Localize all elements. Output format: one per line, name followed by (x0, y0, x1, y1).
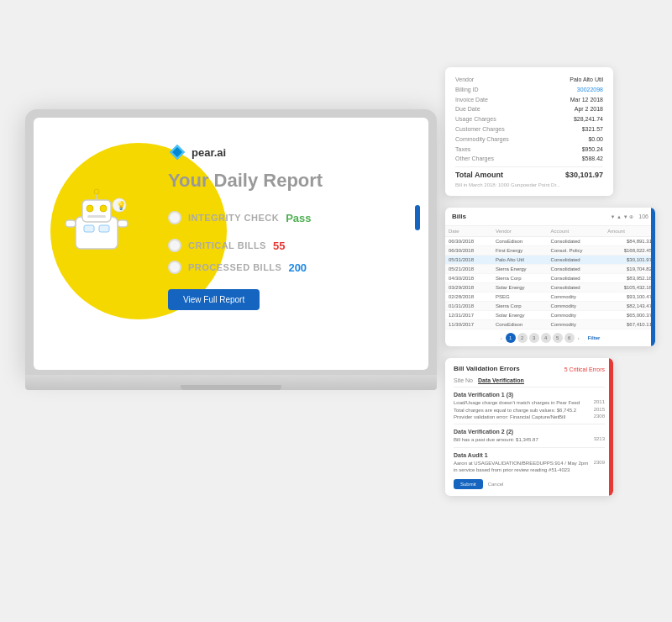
table-row[interactable]: 05/21/2018 Sierra Energy Consolidated $1… (445, 265, 655, 274)
section-divider-1 (454, 424, 605, 424)
view-full-report-button[interactable]: View Full Report (168, 289, 260, 310)
table-row[interactable]: 01/31/2018 Sierra Corp Commodity $82,143… (445, 302, 655, 311)
taxes-row: Taxes $950.24 (455, 145, 603, 154)
svg-point-6 (94, 189, 99, 194)
billing-id-label: Billing ID (455, 86, 479, 94)
usage-value: $28,241.74 (574, 115, 603, 124)
table-row[interactable]: 06/30/2018 First Energy Consol. Policy $… (445, 246, 655, 256)
cell-account: Commodity (548, 320, 605, 329)
table-row[interactable]: 02/28/2018 PSEG Commodity $93,100.47 (445, 293, 655, 302)
val-item-2: Total charges are equal to charge sub va… (454, 407, 605, 414)
section3-title: Data Audit 1 (454, 452, 605, 458)
validation-title: Bill Validation Errors (454, 365, 520, 372)
val-item-4: Bill has a past due amount: $1,345.87 32… (454, 436, 605, 443)
cell-account: Consolidated (548, 256, 605, 265)
val-item-4-text: Bill has a past due amount: $1,345.87 (454, 436, 591, 443)
invoice-billing-row: Billing ID 30022098 (455, 86, 603, 94)
taxes-value: $950.24 (582, 145, 603, 154)
svg-rect-10 (118, 220, 128, 227)
table-row[interactable]: 03/29/2018 Solar Energy Consolidated $10… (445, 283, 655, 293)
cell-vendor: PSEG (492, 293, 548, 302)
logo-area: pear.ai (168, 143, 420, 161)
screen-content: 💡 pear.ai (34, 118, 428, 370)
table-row[interactable]: 06/30/2018 ConsEdison Consolidated $84,8… (445, 237, 655, 246)
page-5[interactable]: 5 (553, 333, 563, 343)
page-6[interactable]: 6 (564, 333, 575, 343)
bills-table: Date Vendor Account Amount 06/30/2018 Co… (445, 226, 655, 329)
cancel-button[interactable]: Cancel (488, 479, 504, 489)
tab-site-no[interactable]: Site No (454, 377, 473, 384)
cell-date: 03/29/2018 (445, 283, 492, 293)
cell-date: 06/30/2018 (445, 246, 492, 256)
page-next[interactable]: › (578, 335, 580, 340)
bills-panel: Bills ▼ ▲ ▼ ⊕ 106 Date Vendor Account Am… (445, 208, 655, 346)
col-date: Date (445, 226, 492, 237)
cell-date: 05/21/2018 (445, 265, 492, 274)
val-item-3: Provider validation error: Financial Cap… (454, 414, 605, 420)
customer-row: Customer Charges $321.57 (455, 125, 603, 134)
bills-filter-controls: ▼ ▲ ▼ ⊕ (610, 213, 633, 219)
val-item-5: Aaron at USAGEVALIDATION/BREEDUPPS:914 /… (454, 460, 605, 474)
bills-count: 106 (638, 213, 648, 219)
cell-account: Consolidated (548, 283, 605, 293)
cell-account: Consolidated (548, 237, 605, 246)
page-prev[interactable]: ‹ (501, 335, 502, 340)
cell-vendor: Sierra Energy (492, 265, 548, 274)
report-panel: pear.ai Your Daily Report INTEGRITY CHEC… (168, 143, 420, 310)
page-1[interactable]: 1 (506, 333, 516, 343)
cell-amount: $30,101.97 (604, 256, 655, 265)
critical-circle (168, 239, 181, 252)
processed-value: 200 (288, 261, 307, 274)
validation-buttons: Submit Cancel (454, 479, 605, 489)
tab-data-verification[interactable]: Data Verification (478, 377, 524, 384)
section-divider-2 (454, 447, 605, 448)
cell-vendor: Palo Alto Util (492, 256, 548, 265)
total-value: $30,101.97 (565, 171, 603, 179)
page-3[interactable]: 3 (529, 333, 539, 343)
table-row[interactable]: 04/30/2018 Sierra Corp Consolidated $83,… (445, 274, 655, 283)
cell-date: 02/28/2018 (445, 293, 492, 302)
col-account: Account (548, 226, 605, 237)
submit-button[interactable]: Submit (454, 479, 483, 489)
cell-amount: $93,100.47 (604, 293, 655, 302)
other-row: Other Charges $588.42 (455, 155, 603, 163)
table-row[interactable]: 11/30/2017 ConsEdison Commodity $67,410.… (445, 320, 655, 329)
critical-label: CRITICAL BILLS (188, 240, 266, 250)
usage-row: Usage Charges $28,241.74 (455, 115, 603, 124)
svg-point-3 (100, 205, 107, 212)
integrity-circle (168, 211, 181, 224)
svg-rect-7 (84, 225, 94, 232)
svg-rect-1 (82, 200, 111, 222)
invoice-date-row: Invoice Date Mar 12 2018 (455, 96, 603, 104)
cell-amount: $83,952.18 (604, 274, 655, 283)
logo-text: pear.ai (192, 146, 226, 159)
right-panels: Vendor Palo Alto Util Billing ID 3002209… (445, 67, 655, 496)
cell-amount: $82,143.47 (604, 302, 655, 311)
scene: 💡 pear.ai (0, 0, 672, 622)
billing-id-value[interactable]: 30022098 (577, 86, 603, 94)
cell-vendor: ConsEdison (492, 237, 548, 246)
report-rows: INTEGRITY CHECK Pass CRITICAL BILLS 55 (168, 205, 420, 274)
cell-amount: $65,000.37 (604, 311, 655, 320)
col-vendor: Vendor (492, 226, 548, 237)
filter-label[interactable]: Filter (588, 335, 601, 340)
customer-value: $321.57 (582, 125, 603, 134)
error-count-badge: 5 Critical Errors (564, 366, 605, 372)
cell-amount: $168,022.45 (604, 246, 655, 256)
section1-title: Data Verification 1 (3) (454, 392, 605, 398)
vendor-label: Vendor (455, 76, 474, 84)
cell-date: 12/31/2017 (445, 311, 492, 320)
bills-header: Bills ▼ ▲ ▼ ⊕ 106 (445, 208, 655, 226)
cell-amount: $105,432.18 (604, 283, 655, 293)
cell-date: 05/31/2018 (445, 256, 492, 265)
cell-account: Commodity (548, 293, 605, 302)
due-date-row: Due Date Apr 2 2018 (455, 105, 603, 113)
critical-bills-row: CRITICAL BILLS 55 (168, 239, 420, 252)
invoice-total-row: Total Amount $30,101.97 (455, 166, 603, 179)
logo-icon (168, 143, 186, 161)
page-2[interactable]: 2 (517, 333, 528, 343)
cell-date: 01/31/2018 (445, 302, 492, 311)
page-4[interactable]: 4 (541, 333, 551, 343)
table-row[interactable]: 12/31/2017 Solar Energy Commodity $65,00… (445, 311, 655, 320)
table-row[interactable]: 05/31/2018 Palo Alto Util Consolidated $… (445, 256, 655, 265)
